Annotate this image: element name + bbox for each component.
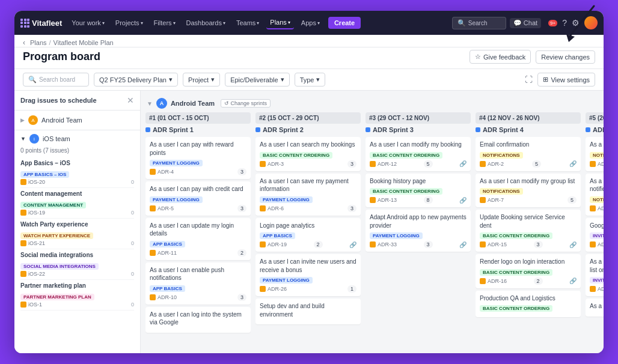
chevron-down-icon: ▾: [316, 76, 320, 83]
filter-delivery-plan[interactable]: Q2 FY25 Delivery Plan ▾: [94, 73, 178, 86]
create-button[interactable]: Create: [328, 17, 361, 29]
card-footer: ADR-21 5: [590, 285, 604, 293]
sidebar-title: Drag issues to schedule: [20, 97, 97, 104]
nav-apps[interactable]: Apps▾: [298, 17, 323, 29]
card-text: Login page analytics: [260, 222, 356, 230]
nav-filters[interactable]: Filters▾: [150, 17, 179, 29]
link-icon: 🔗: [459, 241, 467, 248]
card-footer: ADR-26 1: [260, 285, 356, 293]
expand-icon[interactable]: ⛶: [525, 75, 533, 84]
card-count: 3: [237, 168, 246, 175]
card-adr18[interactable]: Google integration INVITE AND SHARE ADR-…: [586, 218, 604, 252]
main-content: Drag issues to schedule ✕ ▶ A Android Te…: [14, 91, 604, 353]
card-count: 3: [424, 241, 433, 248]
card-adr4[interactable]: As a user I can pay with reward points P…: [145, 137, 251, 179]
card-footer: ADR-16 2 🔗: [480, 278, 577, 285]
issue-id: iOS-20: [20, 179, 45, 185]
card-manage-profile[interactable]: As a user I can manage my profile: [586, 299, 604, 317]
card-tag: NOTIFICATIONS: [480, 188, 523, 195]
link-icon: 🔗: [569, 160, 577, 167]
card-production-qa[interactable]: Production QA and Logistics BASIC CONTEN…: [476, 291, 581, 318]
card-id: ADR-19: [260, 241, 287, 247]
card-text: Email confirmation: [480, 141, 577, 149]
review-changes-button[interactable]: Review changes: [536, 50, 595, 64]
card-adr13[interactable]: Booking history page BASIC CONTENT ORDER…: [366, 174, 471, 208]
chat-button[interactable]: 💬 Chat: [510, 18, 541, 28]
card-footer: ADR-18 5: [590, 241, 604, 248]
issue-id-icon: [20, 240, 26, 246]
card-footer: ADR-9 2: [590, 205, 604, 212]
card-setup-dev[interactable]: Setup dev and and build environment: [255, 299, 361, 324]
ios-team-label: iOS team: [43, 135, 70, 142]
issue-title: Social media integrations: [20, 252, 134, 258]
settings-icon[interactable]: ⚙: [572, 18, 580, 28]
nav-projects[interactable]: Projects▾: [112, 17, 147, 29]
issue-id: iOS-21: [20, 240, 45, 246]
sprint-5-name: ADR Sprint 5: [586, 126, 604, 133]
issue-id: iOS-1: [20, 302, 42, 308]
issue-id-row: iOS-1 0: [20, 302, 134, 308]
card-adr16[interactable]: Render logo on login interaction BASIC C…: [476, 254, 581, 288]
card-text: Setup dev and and build environment: [260, 302, 356, 318]
avatar[interactable]: [584, 16, 598, 29]
expand-arrow-android: ▶: [20, 117, 25, 123]
logo: Vitafleet: [20, 19, 62, 28]
nav-your-work[interactable]: Your work▾: [68, 17, 108, 29]
sprint-dot: [586, 127, 590, 132]
breadcrumb-current[interactable]: Vitafleet Mobile Plan: [54, 39, 114, 46]
issue-id-row: iOS-19 0: [20, 210, 134, 216]
card-tag: NOTIFICATIONS: [590, 196, 604, 203]
ios-team-icon: i: [29, 134, 39, 144]
filter-type[interactable]: Type ▾: [295, 73, 326, 86]
card-adr19[interactable]: Login page analytics APP BASICS ADR-19 2…: [255, 218, 361, 252]
card-adr9[interactable]: As a user I can enable email notificatio…: [586, 174, 604, 216]
team-row-ios[interactable]: ▼ i iOS team: [20, 133, 134, 145]
sidebar-close-icon[interactable]: ✕: [127, 96, 134, 105]
card-adr6[interactable]: As a user I can save my payment informat…: [255, 174, 361, 216]
card-adr11[interactable]: As a user I can update my login details …: [145, 218, 251, 260]
card-count: 3: [237, 205, 246, 212]
issue-id: iOS-19: [20, 210, 45, 216]
board-expand-icon[interactable]: ▼: [147, 100, 153, 107]
card-footer: ADR-5 3: [150, 205, 246, 212]
card-adr15[interactable]: Update Booking service Service dent BASI…: [476, 210, 581, 252]
filter-project[interactable]: Project ▾: [183, 73, 220, 86]
change-sprints-button[interactable]: ↺ Change sprints: [221, 99, 271, 108]
card-adr2[interactable]: Email confirmation NOTIFICATIONS ADR-2 5…: [476, 137, 581, 171]
card-adr21[interactable]: As a user I can share my upcoming list o…: [586, 254, 604, 296]
breadcrumb-back-icon[interactable]: ‹: [23, 38, 25, 47]
card-adr-log[interactable]: As a user I can log into the system via …: [145, 307, 251, 333]
card-id: ADR-26: [260, 286, 287, 292]
sidebar-issue-watch-party: Watch Party experience WATCH PARTY EXPER…: [20, 219, 134, 249]
card-id: ADR-7: [480, 197, 504, 203]
filter-epic[interactable]: Epic/Deliverable ▾: [225, 73, 289, 86]
card-adr7[interactable]: As a user I can modify my group list NOT…: [476, 174, 581, 208]
card-adr33[interactable]: Adapt Android app to new payments provid…: [366, 210, 471, 252]
nav-plans[interactable]: Plans▾: [266, 16, 294, 29]
view-settings-button[interactable]: ⊞ View settings: [537, 73, 595, 86]
card-adr10[interactable]: As a user I can enable push notification…: [145, 262, 251, 305]
sidebar-issue-content-management: Content management CONTENT MANAGEMENT iO…: [20, 188, 134, 219]
search-board[interactable]: 🔍 Search board: [23, 73, 89, 86]
card-adr12[interactable]: As a user I can modify my booking BASIC …: [366, 137, 471, 171]
card-adr3[interactable]: As a user I can search my bookings BASIC…: [255, 137, 361, 171]
nav-dashboards[interactable]: Dashboards▾: [183, 17, 229, 29]
card-adr8[interactable]: As a user I can view my group List NOTIF…: [586, 137, 604, 171]
notification-badge[interactable]: 9+: [548, 20, 557, 26]
search-box[interactable]: 🔍 Search: [452, 17, 506, 29]
issue-id-row: iOS-21 0: [20, 240, 134, 246]
card-adr5[interactable]: As a user I can pay with credit card PAY…: [145, 181, 251, 216]
ios-points: 0 points (7 issues): [20, 147, 134, 154]
link-icon: 🔗: [459, 197, 467, 204]
sprint-1-cards: As a user I can pay with reward points P…: [145, 137, 251, 353]
card-footer: ADR-10 3: [150, 294, 246, 301]
feedback-button[interactable]: ☆ Give feedback: [470, 50, 531, 64]
card-adr26[interactable]: As a user I can invite new users and rec…: [255, 254, 361, 296]
nav-teams[interactable]: Teams▾: [233, 17, 263, 29]
team-row-android[interactable]: ▶ A Android Team: [20, 114, 134, 126]
help-icon[interactable]: ?: [562, 18, 567, 28]
issue-tag: CONTENT MANAGEMENT: [20, 202, 86, 208]
card-tag: APP BASICS: [260, 232, 295, 239]
issue-count: 0: [131, 271, 134, 277]
breadcrumb-parent[interactable]: Plans: [30, 39, 47, 46]
